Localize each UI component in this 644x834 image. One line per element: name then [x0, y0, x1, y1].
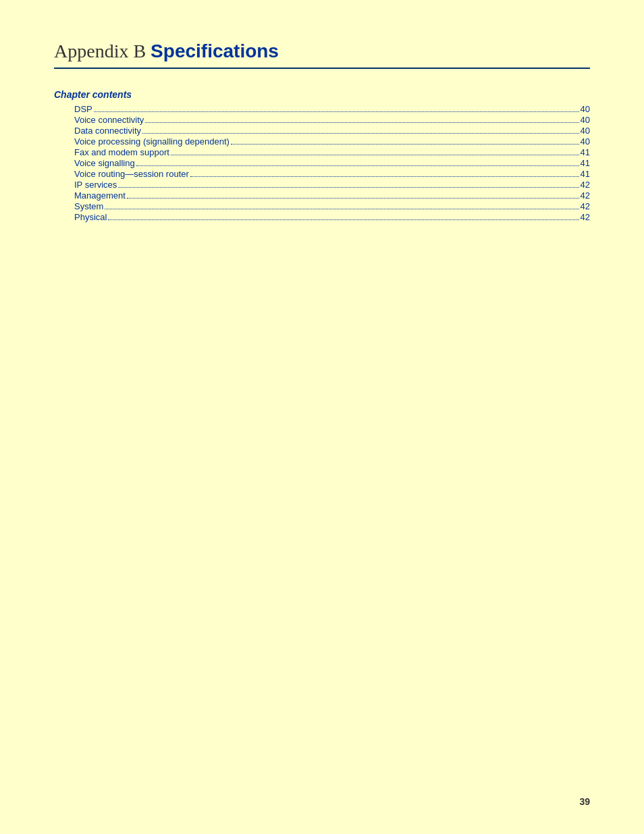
toc-list: DSP40Voice connectivity40Data connectivi… — [54, 104, 590, 222]
chapter-title: Appendix B Specifications — [54, 41, 590, 62]
chapter-title-bold: Specifications — [151, 41, 279, 61]
toc-item: Voice signalling41 — [54, 158, 590, 168]
chapter-header: Appendix B Specifications — [54, 41, 590, 69]
toc-page-number: 41 — [581, 169, 590, 179]
toc-page-number: 42 — [581, 190, 590, 201]
toc-dots — [108, 219, 579, 220]
toc-item: Voice processing (signalling dependent)4… — [54, 136, 590, 147]
toc-entry[interactable]: Voice signalling41 — [54, 158, 590, 168]
toc-link-text[interactable]: Voice signalling — [54, 158, 135, 168]
toc-entry[interactable]: DSP40 — [54, 104, 590, 114]
toc-page-number: 42 — [581, 212, 590, 222]
toc-entry[interactable]: System42 — [54, 201, 590, 211]
toc-page-number: 40 — [581, 115, 590, 125]
toc-entry[interactable]: Data connectivity40 — [54, 126, 590, 136]
toc-entry[interactable]: Voice processing (signalling dependent)4… — [54, 136, 590, 147]
chapter-contents-label: Chapter contents — [54, 89, 590, 100]
chapter-prefix: Appendix B — [54, 41, 151, 61]
toc-link-text[interactable]: Voice routing—session router — [54, 169, 189, 179]
toc-link-text[interactable]: System — [54, 201, 103, 211]
toc-link-text[interactable]: Management — [54, 190, 126, 201]
toc-dots — [118, 187, 579, 188]
toc-dots — [190, 176, 579, 177]
toc-item: Management42 — [54, 190, 590, 201]
toc-item: Voice routing—session router41 — [54, 169, 590, 179]
toc-page-number: 42 — [581, 201, 590, 211]
toc-item: Physical42 — [54, 212, 590, 222]
toc-dots — [105, 209, 579, 209]
toc-link-text[interactable]: Physical — [54, 212, 107, 222]
toc-dots — [145, 122, 579, 123]
toc-item: System42 — [54, 201, 590, 211]
toc-entry[interactable]: Physical42 — [54, 212, 590, 222]
toc-entry[interactable]: Voice routing—session router41 — [54, 169, 590, 179]
toc-dots — [142, 133, 579, 134]
toc-dots — [136, 165, 579, 166]
toc-entry[interactable]: Voice connectivity40 — [54, 115, 590, 125]
toc-dots — [171, 155, 579, 155]
toc-entry[interactable]: Fax and modem support41 — [54, 147, 590, 157]
toc-link-text[interactable]: Fax and modem support — [54, 147, 169, 157]
chapter-contents-section: Chapter contents DSP40Voice connectivity… — [54, 89, 590, 222]
toc-link-text[interactable]: Voice connectivity — [54, 115, 144, 125]
page-container: Appendix B Specifications Chapter conten… — [0, 0, 644, 834]
toc-entry[interactable]: IP services42 — [54, 180, 590, 190]
toc-link-text[interactable]: Data connectivity — [54, 126, 141, 136]
toc-link-text[interactable]: IP services — [54, 180, 117, 190]
toc-item: DSP40 — [54, 104, 590, 114]
toc-item: Fax and modem support41 — [54, 147, 590, 157]
toc-item: Voice connectivity40 — [54, 115, 590, 125]
page-number: 39 — [579, 796, 590, 807]
toc-dots — [94, 111, 579, 112]
toc-page-number: 41 — [581, 158, 590, 168]
toc-item: Data connectivity40 — [54, 126, 590, 136]
toc-item: IP services42 — [54, 180, 590, 190]
toc-page-number: 40 — [581, 136, 590, 147]
toc-link-text[interactable]: DSP — [54, 104, 92, 114]
toc-page-number: 40 — [581, 104, 590, 114]
toc-dots — [127, 198, 579, 199]
toc-page-number: 41 — [581, 147, 590, 157]
toc-entry[interactable]: Management42 — [54, 190, 590, 201]
toc-link-text[interactable]: Voice processing (signalling dependent) — [54, 136, 230, 147]
toc-page-number: 40 — [581, 126, 590, 136]
toc-dots — [231, 144, 579, 145]
toc-page-number: 42 — [581, 180, 590, 190]
